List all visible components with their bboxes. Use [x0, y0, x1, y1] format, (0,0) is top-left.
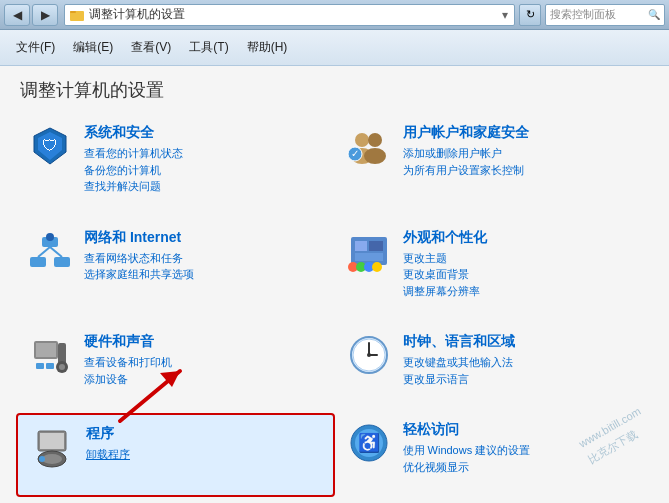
- search-placeholder: 搜索控制面板: [550, 7, 616, 22]
- hardware-title[interactable]: 硬件和声音: [84, 333, 172, 351]
- access-text: 轻松访问 使用 Windows 建议的设置 优化视频显示: [403, 419, 531, 475]
- clock-link2[interactable]: 更改显示语言: [403, 371, 515, 388]
- hardware-text: 硬件和声音 查看设备和打印机 添加设备: [84, 331, 172, 387]
- panel-hardware[interactable]: 硬件和声音 查看设备和打印机 添加设备: [16, 323, 335, 411]
- network-link1[interactable]: 查看网络状态和任务: [84, 250, 194, 267]
- refresh-button[interactable]: ↻: [519, 4, 541, 26]
- clock-icon: [345, 331, 393, 379]
- forward-button[interactable]: ▶: [32, 4, 58, 26]
- svg-point-5: [355, 133, 369, 147]
- svg-point-24: [372, 262, 382, 272]
- folder-icon: [69, 7, 85, 23]
- svg-rect-31: [46, 363, 54, 369]
- appearance-link2[interactable]: 更改桌面背景: [403, 266, 487, 283]
- access-link1[interactable]: 使用 Windows 建议的设置: [403, 442, 531, 459]
- svg-point-7: [368, 133, 382, 147]
- menu-file[interactable]: 文件(F): [8, 36, 63, 59]
- svg-line-15: [50, 247, 62, 257]
- svg-text:✓: ✓: [351, 148, 359, 159]
- security-title[interactable]: 系统和安全: [84, 124, 183, 142]
- user-link1[interactable]: 添加或删除用户帐户: [403, 145, 529, 162]
- panel-clock[interactable]: 时钟、语言和区域 更改键盘或其他输入法 更改显示语言: [335, 323, 654, 411]
- menu-help[interactable]: 帮助(H): [239, 36, 296, 59]
- svg-text:🛡: 🛡: [42, 137, 58, 154]
- program-link1[interactable]: 卸载程序: [86, 446, 130, 463]
- svg-rect-18: [355, 241, 367, 251]
- svg-rect-38: [40, 433, 64, 449]
- access-link2[interactable]: 优化视频显示: [403, 459, 531, 476]
- user-icon: ✓: [345, 122, 393, 170]
- svg-rect-1: [70, 11, 76, 13]
- menu-view[interactable]: 查看(V): [123, 36, 179, 59]
- svg-rect-12: [54, 257, 70, 267]
- security-icon: 🛡: [26, 122, 74, 170]
- panel-appearance[interactable]: 外观和个性化 更改主题 更改桌面背景 调整屏幕分辨率: [335, 219, 654, 324]
- clock-link1[interactable]: 更改键盘或其他输入法: [403, 354, 515, 371]
- svg-rect-26: [36, 343, 56, 357]
- svg-rect-19: [369, 241, 383, 251]
- svg-point-29: [59, 364, 65, 370]
- panel-security[interactable]: 🛡 系统和安全 查看您的计算机状态 备份您的计算机 查找并解决问题: [16, 114, 335, 219]
- appearance-link1[interactable]: 更改主题: [403, 250, 487, 267]
- panel-grid: 🛡 系统和安全 查看您的计算机状态 备份您的计算机 查找并解决问题: [0, 110, 669, 503]
- hardware-icon: [26, 331, 74, 379]
- svg-rect-20: [355, 253, 383, 261]
- svg-point-41: [39, 456, 45, 462]
- svg-rect-30: [36, 363, 44, 369]
- title-bar: ◀ ▶ 调整计算机的设置 ▾ ↻ 搜索控制面板 🔍: [0, 0, 669, 30]
- user-text: 用户帐户和家庭安全 添加或删除用户帐户 为所有用户设置家长控制: [403, 122, 529, 178]
- svg-point-16: [46, 233, 54, 241]
- network-icon: [26, 227, 74, 275]
- appearance-title[interactable]: 外观和个性化: [403, 229, 487, 247]
- panel-access[interactable]: ♿ 轻松访问 使用 Windows 建议的设置 优化视频显示: [335, 411, 654, 499]
- page-title: 调整计算机的设置: [0, 66, 669, 110]
- svg-point-36: [367, 353, 371, 357]
- panel-network[interactable]: 网络和 Internet 查看网络状态和任务 选择家庭组和共享选项: [16, 219, 335, 324]
- appearance-link3[interactable]: 调整屏幕分辨率: [403, 283, 487, 300]
- appearance-text: 外观和个性化 更改主题 更改桌面背景 调整屏幕分辨率: [403, 227, 487, 300]
- hardware-link1[interactable]: 查看设备和打印机: [84, 354, 172, 371]
- network-text: 网络和 Internet 查看网络状态和任务 选择家庭组和共享选项: [84, 227, 194, 283]
- menu-edit[interactable]: 编辑(E): [65, 36, 121, 59]
- menu-tools[interactable]: 工具(T): [181, 36, 236, 59]
- content-area: 调整计算机的设置 🛡 系统和安全 查看您的计算机状态 备份您的计算机 查找并解决…: [0, 66, 669, 503]
- network-title[interactable]: 网络和 Internet: [84, 229, 194, 247]
- svg-line-14: [38, 247, 50, 257]
- svg-rect-11: [30, 257, 46, 267]
- program-text: 程序 卸载程序: [86, 423, 130, 463]
- address-bar[interactable]: 调整计算机的设置 ▾: [64, 4, 515, 26]
- hardware-link2[interactable]: 添加设备: [84, 371, 172, 388]
- user-title[interactable]: 用户帐户和家庭安全: [403, 124, 529, 142]
- access-icon: ♿: [345, 419, 393, 467]
- security-link1[interactable]: 查看您的计算机状态: [84, 145, 183, 162]
- access-title[interactable]: 轻松访问: [403, 421, 531, 439]
- svg-point-8: [364, 148, 386, 164]
- search-bar[interactable]: 搜索控制面板 🔍: [545, 4, 665, 26]
- address-text: 调整计算机的设置: [89, 6, 500, 23]
- security-link2[interactable]: 备份您的计算机: [84, 162, 183, 179]
- appearance-icon: [345, 227, 393, 275]
- network-link2[interactable]: 选择家庭组和共享选项: [84, 266, 194, 283]
- panel-program[interactable]: 程序 卸载程序: [16, 413, 335, 497]
- toolbar: 文件(F) 编辑(E) 查看(V) 工具(T) 帮助(H): [0, 30, 669, 66]
- program-title[interactable]: 程序: [86, 425, 130, 443]
- program-icon: [28, 423, 76, 471]
- nav-buttons: ◀ ▶: [4, 4, 58, 26]
- clock-text: 时钟、语言和区域 更改键盘或其他输入法 更改显示语言: [403, 331, 515, 387]
- security-link3[interactable]: 查找并解决问题: [84, 178, 183, 195]
- security-text: 系统和安全 查看您的计算机状态 备份您的计算机 查找并解决问题: [84, 122, 183, 195]
- back-button[interactable]: ◀: [4, 4, 30, 26]
- svg-text:♿: ♿: [358, 432, 381, 454]
- clock-title[interactable]: 时钟、语言和区域: [403, 333, 515, 351]
- address-separator: ▾: [502, 8, 508, 22]
- user-link2[interactable]: 为所有用户设置家长控制: [403, 162, 529, 179]
- panel-user[interactable]: ✓ 用户帐户和家庭安全 添加或删除用户帐户 为所有用户设置家长控制: [335, 114, 654, 219]
- search-icon: 🔍: [648, 9, 660, 20]
